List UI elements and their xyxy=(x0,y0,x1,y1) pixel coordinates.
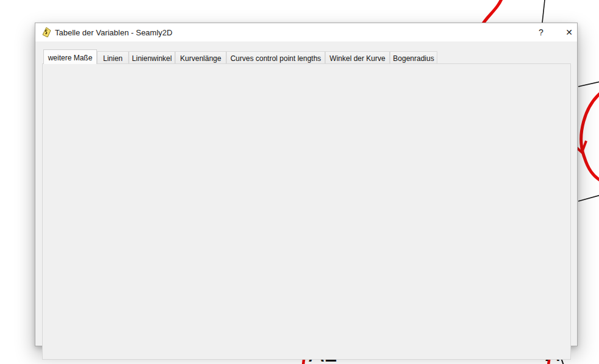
pattern-line-right-upper xyxy=(578,82,599,87)
tab-curves-control-point-lengths[interactable]: Curves control point lengths xyxy=(226,51,325,64)
tab-linien[interactable]: Linien xyxy=(97,51,129,64)
red-curve-right xyxy=(581,90,599,181)
tab-page xyxy=(42,63,571,360)
red-curve-top xyxy=(482,0,503,24)
tab-weitere-masse[interactable]: weitere Maße xyxy=(43,49,97,64)
tab-winkel-der-kurve[interactable]: Winkel der Kurve xyxy=(325,51,390,64)
seamly2d-screen: A2 A Tabelle der Variablen - Seamly2D ? … xyxy=(0,0,599,364)
pattern-line-right-lower xyxy=(578,195,599,201)
help-button[interactable]: ? xyxy=(531,23,551,41)
title-bar[interactable]: Tabelle der Variablen - Seamly2D ? ✕ xyxy=(35,23,577,41)
close-button[interactable]: ✕ xyxy=(559,23,579,41)
tab-bogenradius[interactable]: Bogenradius xyxy=(390,51,437,64)
tab-linienwinkel[interactable]: Linienwinkel xyxy=(129,51,175,64)
tab-kurvenlaenge[interactable]: Kurvenlänge xyxy=(175,51,226,64)
seamly2d-app-icon xyxy=(41,27,51,37)
window-title: Tabelle der Variablen - Seamly2D xyxy=(55,28,173,37)
variables-table-dialog: Tabelle der Variablen - Seamly2D ? ✕ wei… xyxy=(35,23,578,346)
pattern-line-top xyxy=(542,0,545,23)
